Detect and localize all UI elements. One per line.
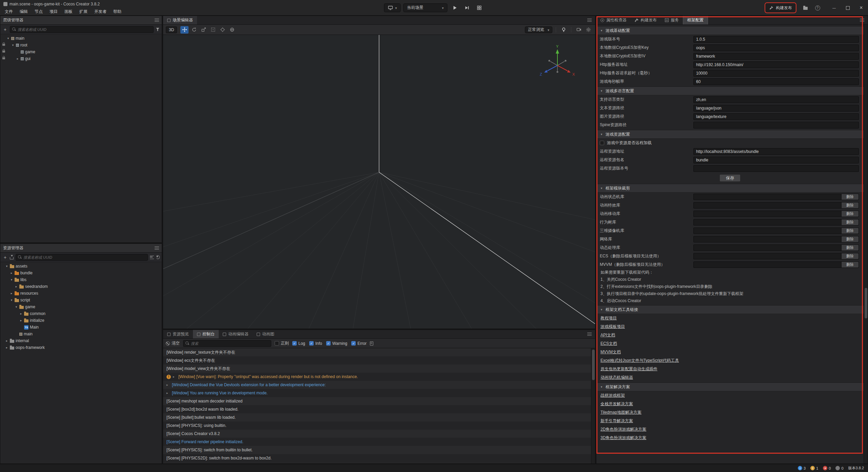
close-button[interactable] — [854, 0, 868, 16]
scene-select[interactable]: 当前场景 — [403, 3, 448, 12]
log-row[interactable]: [Window] render_texture文件夹不存在 — [163, 348, 591, 356]
create-asset-button[interactable] — [2, 255, 8, 260]
layout-grid-button[interactable] — [475, 3, 484, 12]
play-button[interactable] — [450, 3, 460, 12]
asset-item[interactable]: resources — [0, 290, 162, 297]
asset-item[interactable]: game — [0, 303, 162, 310]
delete-module-button[interactable]: 删除 — [841, 253, 859, 259]
checkbox-checked-icon[interactable] — [351, 341, 356, 346]
doc-link[interactable]: 动画状态机编辑器 — [600, 375, 633, 380]
log-row[interactable]: [Scene] [box2d]:box2d wasm lib loaded. — [163, 405, 591, 413]
console-search[interactable] — [183, 340, 271, 347]
delete-module-button[interactable]: 删除 — [841, 245, 859, 251]
assets-search-input[interactable] — [23, 255, 145, 259]
tab-scene-editor[interactable]: 场景编辑器 — [163, 16, 197, 24]
section-header[interactable]: 框架模块裁剪 — [596, 184, 864, 193]
pivot-toggle-button[interactable] — [218, 26, 226, 34]
status-counter[interactable]: ×0 — [823, 466, 831, 470]
log-row[interactable]: [Scene] [bullet]:bullet wasm lib loaded. — [163, 413, 591, 421]
log-row[interactable]: [Window] ecs文件夹不存在 — [163, 356, 591, 365]
text-field[interactable]: language/texture — [693, 113, 859, 120]
mode-3d-toggle[interactable]: 3D — [166, 26, 177, 33]
expand-arrow[interactable] — [6, 37, 10, 40]
regex-toggle[interactable]: 正则 — [275, 340, 289, 346]
asset-item[interactable]: TSMain — [0, 324, 162, 331]
asset-item[interactable]: libs — [0, 276, 162, 283]
log-row[interactable]: [Window] [Vue warn]: Property "onInput" … — [163, 373, 591, 381]
expand-arrow[interactable] — [173, 375, 176, 378]
expand-arrow[interactable] — [16, 57, 19, 60]
delete-module-button[interactable]: 删除 — [841, 219, 859, 225]
expand-arrow[interactable] — [166, 391, 170, 395]
assets-search[interactable] — [16, 254, 148, 261]
move-tool-button[interactable] — [180, 26, 189, 34]
refresh-icon[interactable] — [156, 255, 160, 259]
doc-link[interactable]: 教程项目 — [600, 315, 617, 321]
help-button[interactable] — [812, 3, 823, 12]
doc-link[interactable]: 3D角色扮演游戏解决方案 — [600, 435, 646, 441]
clear-console-button[interactable]: 清空 — [166, 340, 180, 346]
filter-icon[interactable] — [156, 27, 160, 32]
asset-item[interactable]: seedrandom — [0, 283, 162, 290]
asset-item[interactable]: initialize — [0, 317, 162, 324]
panel-menu-icon[interactable] — [155, 247, 159, 250]
log-row[interactable]: [Scene] Cocos Creator v3.8.2 — [163, 430, 591, 438]
expand-arrow[interactable] — [19, 312, 23, 315]
light-toggle-button[interactable] — [559, 26, 568, 34]
inspector-tab[interactable]: 构建发布 — [631, 16, 661, 24]
hierarchy-search[interactable] — [10, 26, 154, 33]
delete-module-button[interactable]: 删除 — [841, 194, 859, 200]
log-filter[interactable]: Info — [309, 341, 322, 346]
log-row[interactable]: [Window] Download the Vue Devtools exten… — [163, 381, 591, 389]
doc-link[interactable]: Excel格式转Json文件与TypeScript代码工具 — [600, 358, 679, 363]
menu-item[interactable]: 扩展 — [76, 8, 91, 15]
inspector-scrollbar[interactable] — [864, 25, 868, 464]
scale-tool-button[interactable] — [199, 26, 208, 34]
hierarchy-node[interactable]: gui — [0, 55, 162, 62]
remote-load-checkbox-row[interactable]: 游戏中资源是否远程加载 — [596, 139, 864, 147]
view-mode-select[interactable]: 正常浏览 — [525, 26, 552, 33]
lock-icon[interactable] — [2, 51, 5, 53]
doc-link[interactable]: 全栈开发解决方案 — [600, 401, 633, 407]
expand-arrow[interactable] — [19, 319, 23, 322]
preview-target-select[interactable] — [384, 3, 400, 12]
checkbox-icon[interactable] — [600, 141, 604, 145]
asset-item[interactable]: common — [0, 310, 162, 317]
step-button[interactable] — [462, 3, 472, 12]
log-row[interactable]: [Scene] meshopt wasm decoder initialized — [163, 397, 591, 405]
log-row[interactable]: [Window] You are running Vue in developm… — [163, 389, 591, 397]
checkbox-checked-icon[interactable] — [326, 341, 331, 346]
text-field[interactable]: http://localhost:8083/assets/bundle — [693, 148, 859, 155]
console-tab[interactable]: 动画图 — [253, 330, 278, 338]
menu-item[interactable]: 编辑 — [16, 8, 31, 15]
inspector-tab[interactable]: 属性检查器 — [596, 16, 631, 24]
panel-menu-icon[interactable] — [587, 19, 592, 22]
menu-item[interactable]: 面板 — [61, 8, 76, 15]
expand-arrow[interactable] — [10, 292, 13, 295]
doc-link[interactable]: 新手引导解决方案 — [600, 418, 633, 424]
log-row[interactable]: [Scene] Forward render pipeline initiali… — [163, 438, 591, 446]
scene-settings-button[interactable] — [584, 26, 592, 34]
menu-item[interactable]: 帮助 — [110, 8, 125, 15]
console-tab[interactable]: 动画编辑器 — [219, 330, 253, 338]
expand-arrow[interactable] — [10, 278, 13, 281]
expand-arrow[interactable] — [10, 298, 13, 302]
section-header[interactable]: 框架解决方案 — [596, 382, 864, 391]
status-counter[interactable]: !1 — [810, 466, 818, 470]
doc-link[interactable]: 游戏模板项目 — [600, 324, 625, 330]
menu-item[interactable]: 开发者 — [91, 8, 110, 15]
doc-link[interactable]: MVVM文档 — [600, 349, 621, 355]
checkbox-checked-icon[interactable] — [292, 341, 297, 346]
inspector-tab[interactable]: 服务 — [661, 16, 683, 24]
asset-item[interactable]: oops-framework — [0, 344, 162, 351]
section-header[interactable]: 框架文档工具链接 — [596, 305, 864, 314]
hierarchy-node[interactable]: main — [0, 35, 162, 42]
delete-module-button[interactable]: 删除 — [841, 211, 859, 217]
expand-arrow[interactable] — [15, 285, 18, 288]
text-field[interactable]: 60 — [693, 78, 859, 85]
doc-link[interactable]: Tiledmap地图解决方案 — [600, 410, 642, 415]
hierarchy-node[interactable]: game — [0, 48, 162, 55]
panel-menu-icon[interactable] — [587, 333, 592, 336]
console-tab[interactable]: 控制台 — [193, 330, 219, 338]
minimize-button[interactable] — [827, 0, 841, 16]
